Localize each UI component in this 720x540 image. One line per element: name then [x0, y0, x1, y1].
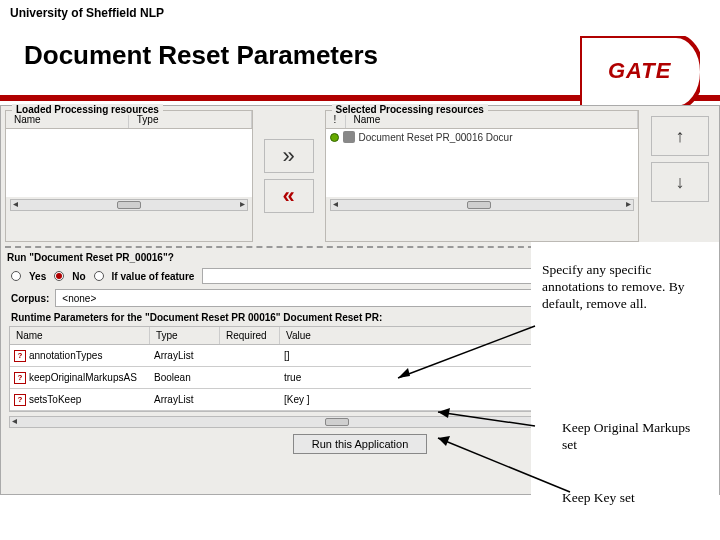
loaded-panel-label: Loaded Processing resources — [12, 104, 163, 115]
remove-selected-button[interactable]: « — [264, 179, 314, 213]
optional-icon: ? — [14, 394, 26, 406]
gear-icon — [343, 131, 355, 143]
radio-yes[interactable] — [11, 271, 21, 281]
optional-icon: ? — [14, 372, 26, 384]
selected-item-row[interactable]: Document Reset PR_00016 Docur — [326, 129, 638, 145]
param-name: annotationTypes — [29, 350, 102, 361]
loaded-resources-panel: Loaded Processing resources Name Type — [5, 110, 253, 242]
annotation-keepkey: Keep Key set — [562, 490, 702, 507]
param-name: keepOriginalMarkupsAS — [29, 372, 137, 383]
add-selected-button[interactable]: » — [264, 139, 314, 173]
gate-logo-text: GATE — [608, 58, 671, 84]
chevron-double-left-icon: « — [282, 183, 294, 209]
param-type: Boolean — [150, 372, 220, 383]
selected-hscroll[interactable] — [330, 199, 634, 211]
reorder-panel: ↑ ↓ — [645, 110, 715, 242]
move-down-button[interactable]: ↓ — [651, 162, 709, 202]
radio-yes-label: Yes — [29, 271, 46, 282]
selected-list[interactable]: Document Reset PR_00016 Docur — [326, 129, 638, 197]
chevron-double-right-icon: » — [282, 143, 294, 169]
loaded-list[interactable] — [6, 129, 252, 197]
param-type: ArrayList — [150, 350, 220, 361]
transfer-buttons: » « — [259, 110, 319, 242]
annotation-keeporig: Keep Original Markups set — [562, 420, 702, 454]
radio-if-feature-label: If value of feature — [112, 271, 195, 282]
param-col-type[interactable]: Type — [150, 327, 220, 344]
param-col-name[interactable]: Name — [10, 327, 150, 344]
optional-icon: ? — [14, 350, 26, 362]
header-university: University of Sheffield NLP — [0, 0, 720, 22]
radio-no-label: No — [72, 271, 85, 282]
selected-resources-panel: Selected Processing resources ! Name Doc… — [325, 110, 639, 242]
selected-item-name: Document Reset PR_00016 Docur — [359, 132, 513, 143]
move-up-button[interactable]: ↑ — [651, 116, 709, 156]
selected-panel-label: Selected Processing resources — [332, 104, 488, 115]
status-dot-icon — [330, 133, 339, 142]
radio-no[interactable] — [54, 271, 64, 281]
arrow-up-icon: ↑ — [676, 126, 685, 147]
loaded-hscroll[interactable] — [10, 199, 248, 211]
param-name: setsToKeep — [29, 394, 81, 405]
corpus-value: <none> — [62, 293, 96, 304]
run-application-button[interactable]: Run this Application — [293, 434, 428, 454]
corpus-label: Corpus: — [11, 293, 49, 304]
arrow-down-icon: ↓ — [676, 172, 685, 193]
param-type: ArrayList — [150, 394, 220, 405]
annotation-specify: Specify any specific annotations to remo… — [542, 262, 702, 313]
radio-if-feature[interactable] — [94, 271, 104, 281]
gate-logo: GATE — [580, 36, 700, 108]
param-col-required[interactable]: Required — [220, 327, 280, 344]
